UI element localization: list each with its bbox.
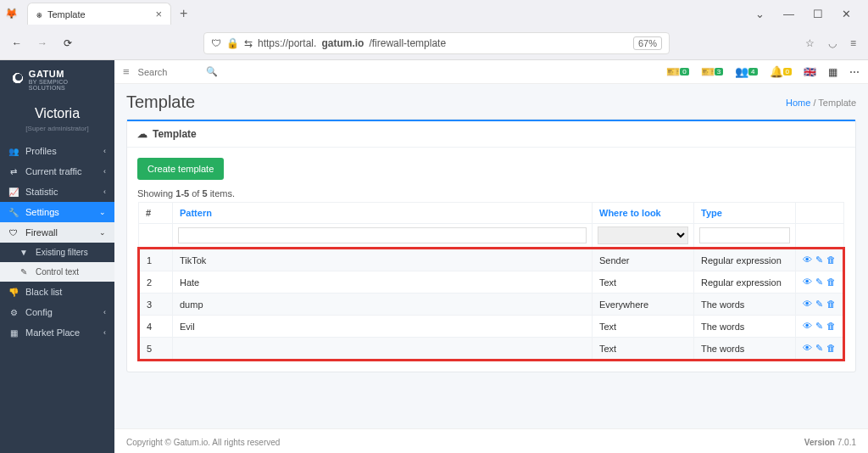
url-bar[interactable]: 🛡 🔒 ⇆ https://portal.gatum.io/firewall-t… [203, 32, 670, 54]
back-button[interactable]: ← [8, 37, 25, 49]
edit-icon[interactable]: ✎ [815, 277, 823, 288]
tab-title: Template [47, 9, 86, 20]
browser-chrome: 🦊 ⎈ Template × + ⌄ — ☐ ✕ ← → ⟳ 🛡 🔒 ⇆ htt… [0, 0, 868, 60]
logo: GATUM BY SEMPICO SOLUTIONS [0, 60, 114, 98]
more-icon[interactable]: ⋯ [849, 66, 860, 78]
filter-pattern-input[interactable] [178, 227, 587, 243]
user-role: [Super administrator] [0, 125, 114, 141]
flag-icon[interactable]: 🇬🇧 [804, 66, 816, 78]
zoom-level[interactable]: 67% [633, 36, 662, 50]
template-table: # Pattern Where to look Type [137, 202, 845, 361]
browser-tab[interactable]: ⎈ Template × [27, 3, 171, 25]
reload-button[interactable]: ⟳ [59, 37, 76, 49]
wrench-icon: 🔧 [8, 208, 19, 217]
view-icon[interactable]: 👁 [803, 277, 812, 288]
sidebar-item-firewall[interactable]: 🛡Firewall⌄ [0, 222, 114, 243]
traffic-icon: ⇄ [8, 167, 19, 176]
grid-icon: ▦ [8, 328, 19, 338]
breadcrumb-current: Template [818, 98, 856, 108]
col-num: # [139, 203, 173, 224]
filter-type-input[interactable] [699, 227, 790, 243]
url-path: /firewall-template [369, 37, 446, 49]
grid-icon[interactable]: ▦ [828, 66, 837, 78]
search-box[interactable]: 🔍 [138, 66, 231, 77]
delete-icon[interactable]: 🗑 [826, 254, 836, 266]
window-maximize-icon[interactable]: ☐ [813, 8, 823, 20]
tab-close-icon[interactable]: × [155, 8, 162, 20]
copyright: Copyright © Gatum.io. All rights reserve… [126, 438, 280, 447]
edit-icon[interactable]: ✎ [815, 254, 823, 266]
chevron-left-icon: ‹ [103, 328, 106, 337]
topbar-badge-1[interactable]: 🎫0 [666, 65, 688, 78]
sidebar-item-config[interactable]: ⚙Config‹ [0, 302, 114, 322]
view-icon[interactable]: 👁 [803, 321, 812, 332]
forward-button: → [34, 37, 51, 49]
delete-icon[interactable]: 🗑 [826, 277, 836, 288]
thumbs-down-icon: 👎 [8, 288, 19, 297]
gear-icon: ⚙ [8, 308, 19, 317]
sidebar-item-existing-filters[interactable]: ▼Existing filters [0, 243, 114, 262]
search-input[interactable] [138, 67, 206, 77]
topbar-badge-4[interactable]: 🔔0 [770, 65, 792, 78]
user-name: Victoria [0, 98, 114, 125]
cloud-upload-icon: ☁ [137, 128, 147, 140]
showing-text: Showing 1-5 of 5 items. [137, 188, 845, 199]
topbar: ≡ 🔍 🎫0 🎫3 👥4 🔔0 🇬🇧 ▦ ⋯ [114, 60, 868, 84]
version: 7.0.1 [837, 438, 856, 447]
chevron-down-icon: ⌄ [99, 228, 106, 237]
breadcrumb-home[interactable]: Home [786, 98, 810, 108]
topbar-badge-2[interactable]: 🎫3 [701, 65, 723, 78]
sidebar-item-statistic[interactable]: 📈Statistic‹ [0, 182, 114, 202]
toggle-icon[interactable]: ⇆ [244, 37, 253, 49]
brand-tagline: BY SEMPICO SOLUTIONS [29, 79, 106, 91]
pocket-icon[interactable]: ◡ [828, 37, 837, 49]
page-title: Template [126, 92, 195, 112]
view-icon[interactable]: 👁 [803, 254, 812, 266]
sidebar-item-settings[interactable]: 🔧Settings⌄ [0, 202, 114, 222]
lock-icon[interactable]: 🔒 [226, 37, 239, 49]
view-icon[interactable]: 👁 [803, 343, 812, 354]
delete-icon[interactable]: 🗑 [826, 343, 836, 354]
panel-title: Template [153, 128, 197, 140]
sidebar-item-profiles[interactable]: 👥Profiles‹ [0, 141, 114, 161]
edit-icon[interactable]: ✎ [815, 321, 823, 332]
shield-icon[interactable]: 🛡 [211, 37, 221, 49]
delete-icon[interactable]: 🗑 [826, 299, 836, 310]
chevron-left-icon: ‹ [103, 167, 106, 176]
sidebar-item-current-traffic[interactable]: ⇄Current traffic‹ [0, 161, 114, 182]
app-menu-icon[interactable]: ≡ [850, 37, 856, 49]
view-icon[interactable]: 👁 [803, 299, 812, 310]
sidebar-item-control-text[interactable]: ✎Control text [0, 262, 114, 282]
sidebar-item-market-place[interactable]: ▦Market Place‹ [0, 322, 114, 343]
table-row: 4EvilTextThe words 👁✎🗑 [139, 316, 844, 338]
table-row: 5TextThe words 👁✎🗑 [139, 338, 844, 361]
col-where[interactable]: Where to look [593, 203, 694, 224]
bookmark-star-icon[interactable]: ☆ [805, 37, 815, 49]
hamburger-icon[interactable]: ≡ [123, 65, 130, 78]
sidebar-nav: 👥Profiles‹ ⇄Current traffic‹ 📈Statistic‹… [0, 141, 114, 343]
filter-where-select[interactable] [598, 226, 688, 244]
edit-icon[interactable]: ✎ [815, 299, 823, 310]
topbar-badge-3[interactable]: 👥4 [735, 65, 757, 78]
firefox-icon: 🦊 [5, 8, 12, 20]
edit-icon[interactable]: ✎ [815, 343, 823, 354]
window-chevron-icon[interactable]: ⌄ [755, 8, 765, 20]
col-pattern[interactable]: Pattern [173, 203, 593, 224]
window-close-icon[interactable]: ✕ [842, 8, 851, 20]
delete-icon[interactable]: 🗑 [826, 321, 836, 332]
breadcrumb: Home / Template [786, 98, 856, 108]
panel-template: ☁ Template Create template Showing 1-5 o… [126, 119, 856, 372]
chevron-left-icon: ‹ [103, 147, 106, 155]
window-minimize-icon[interactable]: — [783, 8, 794, 20]
chevron-down-icon: ⌄ [99, 208, 106, 216]
chart-icon: 📈 [8, 187, 19, 197]
create-template-button[interactable]: Create template [137, 158, 224, 180]
table-row: 2HateTextRegular expression 👁✎🗑 [139, 271, 844, 294]
footer: Copyright © Gatum.io. All rights reserve… [114, 428, 868, 453]
sidebar-item-black-list[interactable]: 👎Black list [0, 282, 114, 302]
pencil-icon: ✎ [19, 267, 29, 277]
new-tab-button[interactable]: + [171, 3, 196, 25]
search-icon[interactable]: 🔍 [206, 66, 218, 77]
col-type[interactable]: Type [694, 203, 796, 224]
chevron-left-icon: ‹ [103, 187, 106, 196]
